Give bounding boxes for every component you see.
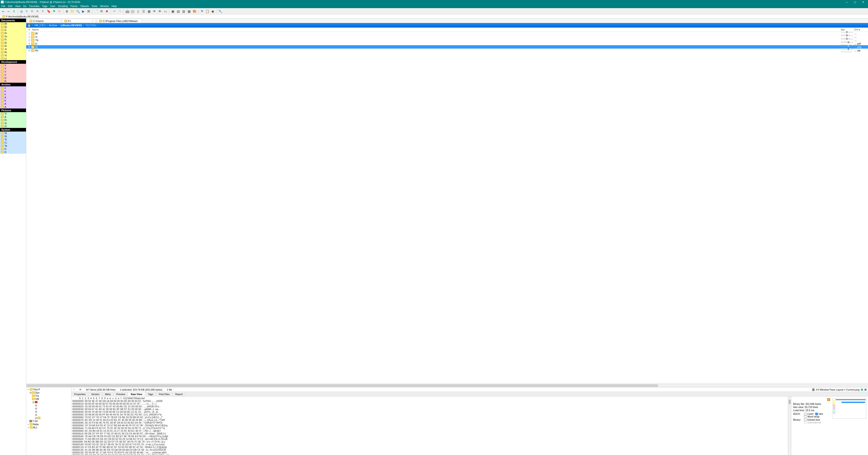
tab-version[interactable]: Version [88, 392, 102, 396]
catalog-item[interactable]: [S [0, 25, 26, 29]
path-tab-0[interactable]: C:\Users\ [27, 19, 61, 23]
catalog-item[interactable]: St [0, 135, 26, 138]
checkbox-extract[interactable]: Extract text [804, 418, 820, 421]
terminal-icon[interactable]: ⌘ [86, 9, 91, 13]
breadcrumb-item[interactable]: VM_2 (F:) [34, 24, 45, 27]
forward-icon[interactable]: ➡ [6, 9, 11, 13]
rect-icon[interactable]: ▭ [163, 9, 167, 13]
tab-rawview[interactable]: Raw View [128, 392, 145, 396]
horizontal-scrollbar[interactable] [26, 384, 868, 387]
menu-go[interactable]: Go [23, 5, 27, 7]
catalog-item[interactable]: Cı [0, 141, 26, 144]
catalog-item[interactable]: [R [0, 22, 26, 25]
catalog-header-system[interactable]: System [0, 128, 26, 132]
menu-scripting[interactable]: Scripting [58, 5, 68, 7]
tree-item[interactable]: ⊞ [27, 404, 71, 407]
catalog-item[interactable]: Rı [0, 51, 26, 54]
catalog-item[interactable]: V [0, 64, 26, 67]
vertical-scrollbar[interactable] [788, 396, 791, 455]
tree-item[interactable]: ? Dri [27, 420, 71, 423]
catalog-item[interactable]: iC [0, 125, 26, 128]
tree-item[interactable]: ⊞ [27, 413, 71, 416]
catalog-item[interactable]: e [0, 90, 26, 93]
tree-item[interactable]: ⊞ [27, 410, 71, 413]
catalog-item[interactable]: Sı [0, 122, 26, 125]
eye2-icon[interactable]: 👁 [158, 9, 162, 13]
catalog-item[interactable]: St [0, 132, 26, 135]
catalog-header-pictures[interactable]: Pictures [0, 108, 26, 112]
catalog-item[interactable]: Er [0, 44, 26, 47]
catalog-header-archive[interactable]: Archive [0, 83, 26, 86]
disk-icon[interactable]: 💾 [28, 24, 31, 27]
drive-f[interactable]: F: [41, 9, 45, 13]
catalog-item[interactable]: V [0, 70, 26, 73]
flag-off-icon[interactable]: ⚐ [57, 9, 62, 13]
menu-view[interactable]: View [15, 5, 21, 7]
newfile-icon[interactable]: 📄 [94, 9, 98, 13]
details-icon[interactable]: ☰ [141, 9, 146, 13]
target-icon[interactable]: ◎ [19, 9, 24, 13]
search-icon[interactable]: 🔍 [75, 9, 80, 13]
layout4-icon[interactable]: ▦ [187, 9, 191, 13]
grid-icon[interactable]: ▦ [147, 9, 151, 13]
catalog-item[interactable]: A [0, 115, 26, 119]
tree-item[interactable]: ▪This P [27, 388, 71, 391]
breadcrumb-item[interactable]: [eBooks.REVIEW] [61, 24, 82, 27]
tree-item[interactable]: ⊞ [27, 416, 71, 420]
breadcrumb-item[interactable]: Archive [49, 24, 57, 27]
breadcrumb-item[interactable]: TESTING [86, 24, 96, 27]
catalog-item[interactable]: Te [0, 144, 26, 148]
catalog-item[interactable]: Tl [0, 112, 26, 115]
table-row[interactable]: 5X\-----A-----------... png [26, 45, 868, 48]
flag2-icon[interactable]: ⚑ [200, 9, 204, 13]
tree-item[interactable]: VM [27, 397, 71, 400]
monitor-icon[interactable]: 🖥 [65, 9, 69, 13]
tab-properties[interactable]: Properties [71, 392, 88, 396]
catalog-item[interactable]: Lt [0, 57, 26, 60]
table-row[interactable]: 6Rz-----A-----------... zip [26, 48, 868, 52]
menu-file[interactable]: File [1, 5, 5, 7]
back-icon[interactable]: ⬅ [1, 9, 5, 13]
color-icon[interactable]: 🎨 [192, 9, 197, 13]
tab-preview[interactable]: Preview [114, 392, 128, 396]
catalog-item[interactable]: Tc [0, 138, 26, 141]
pie-icon[interactable]: ◉ [211, 9, 215, 13]
flag-icon[interactable]: ⚑ [52, 9, 56, 13]
hex-view[interactable]: 0 1 2 3 4 5 6 7 8 9 a b c d e f 01234567… [71, 396, 791, 455]
play-icon[interactable]: ▶ [81, 9, 86, 13]
drive-e[interactable]: E: [35, 9, 40, 13]
col-ext[interactable]: Ext ▴ [855, 28, 868, 31]
catalog-item[interactable]: V [0, 73, 26, 76]
board-icon[interactable]: 📋 [205, 9, 210, 13]
close-button[interactable]: ✕ [860, 1, 866, 4]
catalog-item[interactable]: A [0, 105, 26, 108]
tree-item[interactable]: ▪Netw [27, 423, 71, 426]
catalog-item[interactable]: R [0, 79, 26, 83]
copy-icon[interactable]: ⧉ [99, 9, 104, 13]
redo-icon[interactable]: ↷ [118, 9, 122, 13]
filter-icon[interactable]: ▽ [73, 388, 74, 391]
layout3-icon[interactable]: ▥ [181, 9, 186, 13]
tab-meta[interactable]: Meta [102, 392, 114, 396]
delete-icon[interactable]: ✖ [105, 9, 109, 13]
up-icon[interactable]: ⬆ [12, 9, 16, 13]
catalog-item[interactable]: A [0, 96, 26, 99]
menu-favorites[interactable]: Favorites [29, 5, 39, 7]
catalog-item[interactable]: V [0, 67, 26, 70]
menu-tags[interactable]: Tags [42, 5, 47, 7]
menu-tabsets[interactable]: Tabsets [80, 5, 89, 7]
table-row[interactable]: 2ct----D-----------... [26, 35, 868, 38]
table-row[interactable]: 4in-----A-----------... pdf [26, 42, 868, 45]
catalog-item[interactable]: Gı [0, 35, 26, 38]
catalog-item[interactable]: Er [0, 41, 26, 44]
checkbox-wrap[interactable]: Word wrap [804, 415, 819, 418]
catalog-item[interactable]: e [0, 93, 26, 96]
col-attr[interactable]: Attr [841, 28, 855, 31]
menu-edit[interactable]: Edit [8, 5, 12, 7]
tree-item[interactable]: ⊟ [27, 400, 71, 404]
catalog-item[interactable]: Vı [0, 54, 26, 57]
table-row[interactable]: 1[R----D-----------... [26, 32, 868, 35]
catalog-item[interactable]: D [0, 29, 26, 32]
address-field[interactable]: F:\Archive\[eBooks.REVIEW]\ [0, 14, 40, 18]
collapse-icon[interactable]: ▾ [827, 398, 830, 401]
